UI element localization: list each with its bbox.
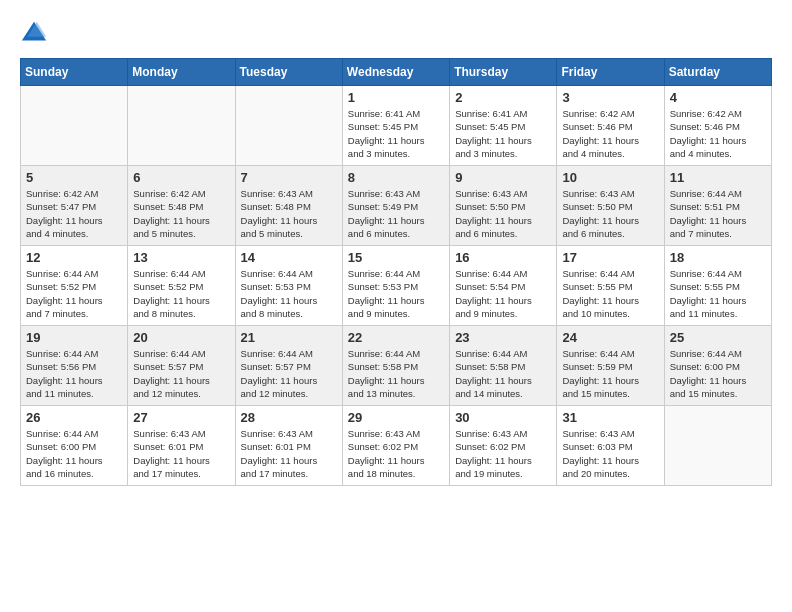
day-info: Sunrise: 6:44 AMSunset: 5:54 PMDaylight:… bbox=[455, 267, 551, 320]
day-info: Sunrise: 6:44 AMSunset: 5:52 PMDaylight:… bbox=[133, 267, 229, 320]
calendar-cell: 29Sunrise: 6:43 AMSunset: 6:02 PMDayligh… bbox=[342, 406, 449, 486]
calendar-cell: 8Sunrise: 6:43 AMSunset: 5:49 PMDaylight… bbox=[342, 166, 449, 246]
weekday-header: Friday bbox=[557, 59, 664, 86]
day-info: Sunrise: 6:44 AMSunset: 5:56 PMDaylight:… bbox=[26, 347, 122, 400]
calendar-week-row: 5Sunrise: 6:42 AMSunset: 5:47 PMDaylight… bbox=[21, 166, 772, 246]
day-info: Sunrise: 6:44 AMSunset: 6:00 PMDaylight:… bbox=[26, 427, 122, 480]
day-number: 1 bbox=[348, 90, 444, 105]
day-info: Sunrise: 6:44 AMSunset: 5:57 PMDaylight:… bbox=[241, 347, 337, 400]
calendar-cell bbox=[235, 86, 342, 166]
calendar-cell: 26Sunrise: 6:44 AMSunset: 6:00 PMDayligh… bbox=[21, 406, 128, 486]
calendar-cell: 13Sunrise: 6:44 AMSunset: 5:52 PMDayligh… bbox=[128, 246, 235, 326]
day-number: 14 bbox=[241, 250, 337, 265]
day-info: Sunrise: 6:42 AMSunset: 5:46 PMDaylight:… bbox=[562, 107, 658, 160]
day-number: 7 bbox=[241, 170, 337, 185]
day-number: 30 bbox=[455, 410, 551, 425]
calendar-cell: 12Sunrise: 6:44 AMSunset: 5:52 PMDayligh… bbox=[21, 246, 128, 326]
day-number: 16 bbox=[455, 250, 551, 265]
logo-icon bbox=[20, 20, 48, 48]
day-number: 2 bbox=[455, 90, 551, 105]
day-info: Sunrise: 6:44 AMSunset: 5:52 PMDaylight:… bbox=[26, 267, 122, 320]
calendar-cell bbox=[128, 86, 235, 166]
weekday-header: Wednesday bbox=[342, 59, 449, 86]
day-info: Sunrise: 6:44 AMSunset: 5:55 PMDaylight:… bbox=[670, 267, 766, 320]
calendar-cell: 7Sunrise: 6:43 AMSunset: 5:48 PMDaylight… bbox=[235, 166, 342, 246]
day-number: 5 bbox=[26, 170, 122, 185]
day-info: Sunrise: 6:44 AMSunset: 6:00 PMDaylight:… bbox=[670, 347, 766, 400]
weekday-header: Tuesday bbox=[235, 59, 342, 86]
day-number: 18 bbox=[670, 250, 766, 265]
day-info: Sunrise: 6:43 AMSunset: 5:49 PMDaylight:… bbox=[348, 187, 444, 240]
calendar-cell: 23Sunrise: 6:44 AMSunset: 5:58 PMDayligh… bbox=[450, 326, 557, 406]
day-info: Sunrise: 6:44 AMSunset: 5:55 PMDaylight:… bbox=[562, 267, 658, 320]
day-number: 13 bbox=[133, 250, 229, 265]
calendar-week-row: 26Sunrise: 6:44 AMSunset: 6:00 PMDayligh… bbox=[21, 406, 772, 486]
calendar-cell bbox=[21, 86, 128, 166]
day-number: 28 bbox=[241, 410, 337, 425]
day-number: 23 bbox=[455, 330, 551, 345]
day-info: Sunrise: 6:43 AMSunset: 6:01 PMDaylight:… bbox=[241, 427, 337, 480]
day-number: 26 bbox=[26, 410, 122, 425]
calendar-cell: 1Sunrise: 6:41 AMSunset: 5:45 PMDaylight… bbox=[342, 86, 449, 166]
calendar-cell: 27Sunrise: 6:43 AMSunset: 6:01 PMDayligh… bbox=[128, 406, 235, 486]
calendar-week-row: 19Sunrise: 6:44 AMSunset: 5:56 PMDayligh… bbox=[21, 326, 772, 406]
day-number: 12 bbox=[26, 250, 122, 265]
calendar-cell: 24Sunrise: 6:44 AMSunset: 5:59 PMDayligh… bbox=[557, 326, 664, 406]
day-number: 8 bbox=[348, 170, 444, 185]
day-number: 22 bbox=[348, 330, 444, 345]
day-info: Sunrise: 6:41 AMSunset: 5:45 PMDaylight:… bbox=[455, 107, 551, 160]
page-header bbox=[20, 20, 772, 48]
day-info: Sunrise: 6:43 AMSunset: 6:02 PMDaylight:… bbox=[348, 427, 444, 480]
day-info: Sunrise: 6:42 AMSunset: 5:48 PMDaylight:… bbox=[133, 187, 229, 240]
weekday-header: Monday bbox=[128, 59, 235, 86]
day-info: Sunrise: 6:43 AMSunset: 5:48 PMDaylight:… bbox=[241, 187, 337, 240]
logo bbox=[20, 20, 52, 48]
calendar-cell: 28Sunrise: 6:43 AMSunset: 6:01 PMDayligh… bbox=[235, 406, 342, 486]
day-number: 3 bbox=[562, 90, 658, 105]
day-number: 4 bbox=[670, 90, 766, 105]
day-number: 29 bbox=[348, 410, 444, 425]
calendar-cell: 6Sunrise: 6:42 AMSunset: 5:48 PMDaylight… bbox=[128, 166, 235, 246]
calendar-cell: 9Sunrise: 6:43 AMSunset: 5:50 PMDaylight… bbox=[450, 166, 557, 246]
day-info: Sunrise: 6:44 AMSunset: 5:57 PMDaylight:… bbox=[133, 347, 229, 400]
calendar-cell: 5Sunrise: 6:42 AMSunset: 5:47 PMDaylight… bbox=[21, 166, 128, 246]
calendar-cell: 10Sunrise: 6:43 AMSunset: 5:50 PMDayligh… bbox=[557, 166, 664, 246]
day-number: 24 bbox=[562, 330, 658, 345]
day-number: 25 bbox=[670, 330, 766, 345]
day-number: 17 bbox=[562, 250, 658, 265]
day-info: Sunrise: 6:43 AMSunset: 6:02 PMDaylight:… bbox=[455, 427, 551, 480]
calendar-cell: 3Sunrise: 6:42 AMSunset: 5:46 PMDaylight… bbox=[557, 86, 664, 166]
weekday-header: Thursday bbox=[450, 59, 557, 86]
calendar-cell: 14Sunrise: 6:44 AMSunset: 5:53 PMDayligh… bbox=[235, 246, 342, 326]
calendar-week-row: 12Sunrise: 6:44 AMSunset: 5:52 PMDayligh… bbox=[21, 246, 772, 326]
calendar-cell: 31Sunrise: 6:43 AMSunset: 6:03 PMDayligh… bbox=[557, 406, 664, 486]
calendar-week-row: 1Sunrise: 6:41 AMSunset: 5:45 PMDaylight… bbox=[21, 86, 772, 166]
calendar-cell: 2Sunrise: 6:41 AMSunset: 5:45 PMDaylight… bbox=[450, 86, 557, 166]
calendar-table: SundayMondayTuesdayWednesdayThursdayFrid… bbox=[20, 58, 772, 486]
calendar-cell: 22Sunrise: 6:44 AMSunset: 5:58 PMDayligh… bbox=[342, 326, 449, 406]
calendar-cell: 16Sunrise: 6:44 AMSunset: 5:54 PMDayligh… bbox=[450, 246, 557, 326]
calendar-cell: 4Sunrise: 6:42 AMSunset: 5:46 PMDaylight… bbox=[664, 86, 771, 166]
day-info: Sunrise: 6:43 AMSunset: 5:50 PMDaylight:… bbox=[562, 187, 658, 240]
calendar-cell: 25Sunrise: 6:44 AMSunset: 6:00 PMDayligh… bbox=[664, 326, 771, 406]
calendar-cell: 18Sunrise: 6:44 AMSunset: 5:55 PMDayligh… bbox=[664, 246, 771, 326]
day-info: Sunrise: 6:42 AMSunset: 5:46 PMDaylight:… bbox=[670, 107, 766, 160]
day-number: 9 bbox=[455, 170, 551, 185]
calendar-body: 1Sunrise: 6:41 AMSunset: 5:45 PMDaylight… bbox=[21, 86, 772, 486]
day-number: 31 bbox=[562, 410, 658, 425]
day-number: 6 bbox=[133, 170, 229, 185]
calendar-cell bbox=[664, 406, 771, 486]
day-info: Sunrise: 6:44 AMSunset: 5:53 PMDaylight:… bbox=[241, 267, 337, 320]
day-number: 21 bbox=[241, 330, 337, 345]
day-info: Sunrise: 6:42 AMSunset: 5:47 PMDaylight:… bbox=[26, 187, 122, 240]
day-info: Sunrise: 6:44 AMSunset: 5:53 PMDaylight:… bbox=[348, 267, 444, 320]
day-info: Sunrise: 6:43 AMSunset: 6:01 PMDaylight:… bbox=[133, 427, 229, 480]
day-info: Sunrise: 6:44 AMSunset: 5:58 PMDaylight:… bbox=[348, 347, 444, 400]
day-info: Sunrise: 6:41 AMSunset: 5:45 PMDaylight:… bbox=[348, 107, 444, 160]
calendar-cell: 20Sunrise: 6:44 AMSunset: 5:57 PMDayligh… bbox=[128, 326, 235, 406]
calendar-cell: 15Sunrise: 6:44 AMSunset: 5:53 PMDayligh… bbox=[342, 246, 449, 326]
day-info: Sunrise: 6:44 AMSunset: 5:51 PMDaylight:… bbox=[670, 187, 766, 240]
calendar-cell: 17Sunrise: 6:44 AMSunset: 5:55 PMDayligh… bbox=[557, 246, 664, 326]
day-info: Sunrise: 6:43 AMSunset: 5:50 PMDaylight:… bbox=[455, 187, 551, 240]
day-number: 15 bbox=[348, 250, 444, 265]
